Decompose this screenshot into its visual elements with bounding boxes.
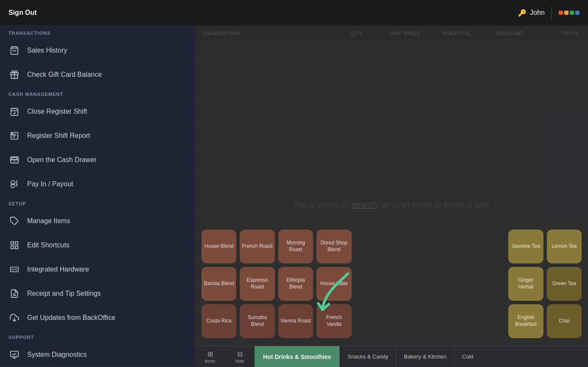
category-cold[interactable]: Cold — [454, 346, 481, 367]
col-unit-price: UNIT PRICE — [378, 31, 431, 36]
empty-text-after: , or scan items to begin a sale — [377, 200, 490, 209]
grid-icon — [8, 239, 20, 251]
bottom-bar: ⊞ Items ⊟ Hide Hot Drinks & Smoothies Sn… — [195, 346, 588, 367]
section-header-transactions: TRANSACTIONS — [0, 25, 195, 38]
logo-dot-blue — [575, 11, 580, 15]
svg-rect-21 — [15, 246, 18, 249]
product-tile-ginger-herbal[interactable]: Ginger Herbal — [508, 267, 543, 301]
section-header-setup: SETUP — [0, 196, 195, 209]
search-link[interactable]: search — [352, 200, 377, 209]
product-tile-english-breakfast[interactable]: English Breakfast — [508, 304, 543, 338]
logo-dot-yellow — [564, 11, 568, 15]
product-tile-house-latte[interactable]: House Latte — [316, 267, 351, 301]
section-header-cash: CASH MANAGEMENT — [0, 87, 195, 99]
sidebar-item-pay-in[interactable]: Pay In / Payout — [0, 172, 195, 196]
header-divider — [552, 6, 552, 19]
product-tile-empty-3 — [431, 230, 466, 263]
hide-label: Hide — [235, 359, 244, 364]
app-header: Sign Out 🔑 John — [0, 0, 588, 25]
sign-out-button[interactable]: Sign Out — [8, 9, 37, 17]
sidebar-item-edit-shortcuts[interactable]: Edit Shortcuts — [0, 233, 195, 257]
hide-icon: ⊟ — [237, 350, 243, 358]
product-tile-espresso-roast[interactable]: Espresso Roast — [240, 267, 274, 301]
product-tile-empty-5 — [355, 267, 390, 301]
product-tile-french-roast[interactable]: French Roast — [240, 230, 274, 263]
table-header: DESCRIPTION QTY UNIT PRICE SUBTOTAL DISC… — [195, 25, 588, 42]
sidebar-item-system-diagnostics[interactable]: System Diagnostics — [0, 342, 195, 367]
col-discount: DISCOUNT — [483, 31, 536, 36]
product-tile-green-tea[interactable]: Green Tea — [547, 267, 582, 301]
svg-rect-22 — [11, 246, 14, 249]
section-header-support: SUPPORT — [0, 330, 195, 342]
items-label: Items — [205, 359, 215, 364]
app-logo — [559, 11, 580, 15]
product-row-3: Costa Rica Sumatra Blend Vienna Roast Fr… — [202, 304, 582, 338]
product-tile-ethiopia-blend[interactable]: Ethiopia Blend — [278, 267, 313, 301]
edit-shortcuts-label: Edit Shortcuts — [27, 241, 70, 249]
sidebar-item-integrated-hardware[interactable]: Integrated Hardware — [0, 257, 195, 281]
svg-rect-15 — [12, 158, 17, 160]
product-tile-lemon-tea[interactable]: Lemon Tea — [547, 230, 582, 263]
product-tile-morning-roast[interactable]: Morning Roast — [278, 230, 313, 263]
product-tile-barista-blend[interactable]: Barista Blend — [202, 267, 236, 301]
product-tile-empty-6 — [393, 267, 428, 301]
svg-rect-11 — [12, 134, 13, 135]
diagnostics-icon — [8, 349, 20, 361]
product-tile-chai[interactable]: Chai — [547, 304, 582, 338]
category-snacks[interactable]: Snacks & Candy — [339, 346, 396, 367]
sidebar-item-manage-items[interactable]: Manage Items — [0, 209, 195, 233]
sidebar-item-cash-drawer[interactable]: Open the Cash Drawer — [0, 148, 195, 172]
logo-dot-green — [570, 11, 574, 15]
product-tile-empty-4 — [470, 230, 505, 263]
product-tile-vienna-roast[interactable]: Vienna Roast — [278, 304, 313, 338]
product-tile-empty-7 — [431, 267, 466, 301]
key-icon: 🔑 — [518, 9, 526, 17]
manage-items-label: Manage Items — [27, 217, 70, 225]
integrated-hardware-label: Integrated Hardware — [27, 266, 89, 273]
product-tile-empty-8 — [470, 267, 505, 301]
product-tile-costa-rica[interactable]: Costa Rica — [202, 304, 236, 338]
receipt-icon — [8, 288, 20, 300]
product-tile-empty-10 — [393, 304, 428, 338]
user-info: 🔑 John — [518, 9, 545, 17]
close-register-label: Close Register Shift — [27, 108, 87, 115]
sidebar-item-check-gift-card[interactable]: Check Gift Card Balance — [0, 62, 195, 87]
pay-in-label: Pay In / Payout — [27, 180, 73, 188]
hide-tab[interactable]: ⊟ Hide — [225, 346, 255, 367]
sidebar-item-get-updates[interactable]: Get Updates from BackOffice — [0, 305, 195, 330]
download-icon — [8, 312, 20, 324]
product-tile-empty-1 — [355, 230, 390, 263]
svg-rect-19 — [11, 242, 14, 244]
calendar-icon — [8, 106, 20, 118]
active-category-tab[interactable]: Hot Drinks & Smoothies — [255, 346, 339, 367]
product-tile-house-blend[interactable]: House Blend — [202, 230, 236, 263]
shift-report-label: Register Shift Report — [27, 132, 90, 140]
col-subtotal: SUBTOTAL — [431, 31, 484, 36]
product-tile-jasmine-tea[interactable]: Jasmine Tea — [508, 230, 543, 263]
empty-state-text: Tap a shortcut, search, or scan items to… — [294, 200, 490, 210]
product-tile-empty-11 — [431, 304, 466, 338]
col-description: DESCRIPTION — [204, 31, 335, 36]
col-total: TOTAL — [536, 31, 580, 36]
content-area: DESCRIPTION QTY UNIT PRICE SUBTOTAL DISC… — [195, 25, 588, 367]
sidebar-item-receipt-tip[interactable]: Receipt and Tip Settings — [0, 281, 195, 305]
svg-rect-3 — [11, 109, 18, 115]
cash-drawer-label: Open the Cash Drawer — [27, 156, 97, 164]
product-tile-empty-9 — [355, 304, 390, 338]
sidebar-item-sales-history[interactable]: Sales History — [0, 38, 195, 62]
coins-icon — [8, 178, 20, 190]
sidebar-item-shift-report[interactable]: Register Shift Report — [0, 123, 195, 148]
product-row-1: House Blend French Roast Morning Roast D… — [202, 230, 582, 263]
report-icon — [8, 130, 20, 142]
product-tile-french-vanilla[interactable]: French Vanilla — [316, 304, 351, 338]
category-bakery[interactable]: Bakery & Kitchen — [396, 346, 454, 367]
sidebar: TRANSACTIONS Sales History Check — [0, 25, 195, 367]
tag-icon — [8, 215, 20, 227]
items-tab[interactable]: ⊞ Items — [195, 346, 225, 367]
product-tile-sumatra-blend[interactable]: Sumatra Blend — [240, 304, 274, 338]
receipt-tip-label: Receipt and Tip Settings — [27, 290, 101, 297]
products-section: House Blend French Roast Morning Roast D… — [195, 225, 588, 346]
product-tile-donut-shop-blend[interactable]: Donut Shop Blend — [316, 230, 351, 263]
product-tile-empty-2 — [393, 230, 428, 263]
sidebar-item-close-register[interactable]: Close Register Shift — [0, 99, 195, 123]
